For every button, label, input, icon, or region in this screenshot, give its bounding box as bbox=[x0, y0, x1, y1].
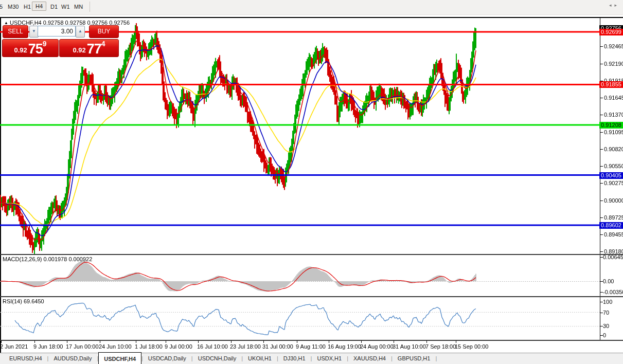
chevron-up-icon: ▲ bbox=[78, 29, 82, 33]
time-axis-tick bbox=[1, 341, 2, 343]
timeframe-button-h1[interactable]: H1 bbox=[22, 3, 32, 11]
macd-axis-label: 0.006451 bbox=[603, 254, 623, 260]
time-axis-tick bbox=[263, 341, 264, 343]
chart-tab[interactable]: XAUUSD,H4 bbox=[348, 353, 391, 364]
sell-price-big-digits: 75 bbox=[28, 42, 43, 56]
macd-axis-label: 0.00 bbox=[603, 278, 614, 284]
rsi-label: RSI(14) 69.6450 bbox=[3, 298, 44, 304]
timeframe-button-h4[interactable]: H4 bbox=[32, 2, 46, 11]
tab-separator: | bbox=[435, 353, 437, 364]
price-tick bbox=[600, 234, 603, 235]
time-axis-tick bbox=[394, 341, 394, 343]
chart-tab[interactable]: AUDUSD,Daily bbox=[48, 353, 97, 364]
price-scale-label: 0.89725 bbox=[604, 214, 623, 221]
price-scale-label: 0.90820 bbox=[604, 146, 623, 152]
timeframe-button-m30[interactable]: M30 bbox=[6, 3, 20, 11]
price-tick bbox=[600, 251, 603, 252]
time-axis-tick bbox=[198, 341, 199, 343]
sell-price-pip-digit: 9 bbox=[43, 41, 47, 47]
price-scale-label: 0.92190 bbox=[604, 61, 623, 67]
volume-input[interactable] bbox=[38, 26, 76, 37]
buy-button[interactable]: BUY bbox=[89, 25, 119, 38]
chart-tab[interactable]: GBPUSD,H1 bbox=[393, 353, 436, 364]
timeframe-button-d1[interactable]: D1 bbox=[49, 3, 59, 11]
volume-increase-button[interactable]: ▲ bbox=[76, 26, 85, 38]
chart-tab[interactable]: EURUSD,H4 bbox=[4, 353, 47, 364]
price-tick bbox=[600, 183, 603, 184]
price-scale-label: 0.91370 bbox=[604, 112, 623, 118]
time-axis-label: 9 Aug 11:00 bbox=[296, 343, 326, 350]
rsi-axis-label: 30 bbox=[603, 323, 609, 329]
time-axis-label: 23 Jul 18:00 bbox=[230, 343, 261, 350]
price-level-marker: 0.92699 bbox=[599, 29, 623, 35]
price-scale-label: 0.91095 bbox=[604, 129, 623, 135]
time-axis-tick bbox=[67, 341, 67, 343]
chevron-down-icon: ▼ bbox=[32, 29, 36, 33]
collapse-arrow-icon[interactable]: ▲ bbox=[4, 21, 8, 25]
chart-tab[interactable]: DJ30,H1 bbox=[278, 353, 311, 364]
chart-tab[interactable]: UKOil,H1 bbox=[243, 353, 277, 364]
time-axis-label: 7 Sep 18:00 bbox=[425, 343, 456, 350]
rsi-axis-label: 100 bbox=[603, 299, 612, 305]
time-axis-tick bbox=[231, 341, 232, 343]
time-axis-tick bbox=[297, 341, 297, 343]
price-level-marker: 0.91208 bbox=[599, 122, 623, 129]
macd-axis-label: -0.003507 bbox=[603, 289, 623, 295]
tabbar-spacer bbox=[0, 353, 4, 364]
time-axis-label: 1 Jul 18:00 bbox=[135, 343, 163, 350]
time-axis-label: 9 Jul 00:00 bbox=[165, 343, 192, 350]
price-tick bbox=[600, 149, 603, 150]
time-axis-label: 17 Jun 00:00 bbox=[66, 343, 99, 350]
toolbar-separator bbox=[90, 2, 90, 12]
buy-price-big-digits: 77 bbox=[87, 42, 101, 56]
price-scale-label: 0.90550 bbox=[604, 163, 623, 169]
sell-price-display[interactable]: 0.92 75 9 bbox=[2, 39, 59, 57]
sell-price-prefix: 0.92 bbox=[14, 45, 27, 56]
rsi-axis-label: 70 bbox=[603, 310, 609, 316]
time-axis-label: 24 Aug 00:00 bbox=[360, 343, 394, 350]
rsi-axis-label: 0 bbox=[603, 332, 606, 338]
time-axis-tick bbox=[34, 341, 35, 343]
mt4-terminal: 5M30H1H4D1W1MN ▲ USDCHF,H4 0.92758 0.927… bbox=[0, 0, 623, 364]
price-chart-canvas[interactable] bbox=[0, 19, 600, 340]
price-scale-label: 0.91645 bbox=[604, 95, 623, 101]
timeframe-button-w1[interactable]: W1 bbox=[60, 3, 72, 11]
buy-price-display[interactable]: 0.92 77 4 bbox=[59, 39, 119, 57]
price-tick bbox=[600, 132, 603, 133]
time-axis-tick bbox=[456, 341, 456, 343]
price-scale-label: 0.90000 bbox=[604, 197, 623, 204]
buy-price-pip-digit: 4 bbox=[101, 41, 105, 47]
chart-tab[interactable]: USDX,H1 bbox=[312, 353, 347, 364]
chart-tab[interactable]: USDCNH,Daily bbox=[193, 353, 242, 364]
price-tick bbox=[600, 166, 603, 167]
time-axis-label: 2 Jun 2021 bbox=[0, 343, 28, 350]
time-axis-tick bbox=[361, 341, 362, 343]
price-tick bbox=[600, 217, 603, 218]
tab-scroll-left-icon[interactable]: ◂ bbox=[609, 3, 615, 8]
chart-frame-top bbox=[0, 17, 623, 18]
buy-price-prefix: 0.92 bbox=[73, 45, 85, 56]
sell-button[interactable]: SELL bbox=[3, 25, 28, 38]
macd-label: MACD(12,26,9) 0.001978 0.000922 bbox=[3, 256, 92, 262]
time-axis-tick bbox=[100, 341, 100, 343]
time-axis-label: 16 Aug 19:00 bbox=[328, 343, 361, 350]
time-axis-tick bbox=[329, 341, 329, 343]
tab-scroll-right-icon[interactable]: ▸ bbox=[614, 3, 620, 8]
time-axis-label: 31 Aug 10:00 bbox=[393, 343, 426, 350]
tab-scroll-arrows[interactable]: ◂▸ bbox=[609, 3, 620, 8]
chart-tab-bar: EURUSD,H4|AUDUSD,Daily|USDCHF,H4|USDCAD,… bbox=[0, 353, 623, 364]
price-level-marker: 0.89602 bbox=[599, 222, 623, 229]
price-level-marker: 0.91855 bbox=[599, 81, 623, 88]
chart-tab[interactable]: USDCHF,H4 bbox=[98, 352, 141, 364]
time-axis-label: 31 Jul 00:00 bbox=[262, 343, 293, 350]
timeframe-toolbar: 5M30H1H4D1W1MN bbox=[0, 0, 623, 15]
time-axis-label: 24 Jun 10:00 bbox=[99, 343, 132, 350]
timeframe-button-mn[interactable]: MN bbox=[73, 3, 84, 11]
chart-tab[interactable]: USDCAD,Daily bbox=[143, 353, 191, 364]
time-axis-tick bbox=[166, 341, 166, 343]
timeframe-button-5[interactable]: 5 bbox=[0, 3, 4, 11]
price-level-marker: 0.90405 bbox=[599, 172, 623, 179]
time-axis-label: 16 Jul 10:00 bbox=[197, 343, 228, 350]
time-axis-tick bbox=[136, 341, 136, 343]
price-scale-label: 0.90275 bbox=[604, 180, 623, 186]
